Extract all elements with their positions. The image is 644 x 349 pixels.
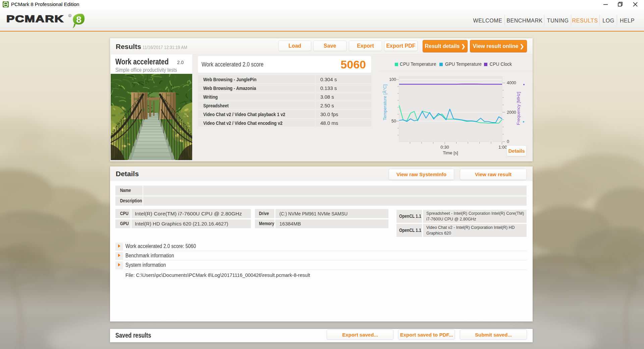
svg-text:0:30: 0:30: [440, 145, 449, 150]
svg-text:GPU Temperature: GPU Temperature: [445, 62, 482, 67]
svg-text:Frequency [MHz]: Frequency [MHz]: [516, 92, 521, 125]
svg-text:8: 8: [76, 14, 82, 25]
svg-text:0: 0: [507, 139, 509, 144]
svg-text:100: 100: [389, 77, 396, 82]
svg-text:1:00: 1:00: [498, 145, 507, 150]
svg-text:CPU Temperature: CPU Temperature: [400, 62, 436, 67]
svg-text:Temperature [Â°C]: Temperature [Â°C]: [382, 84, 387, 120]
svg-text:Time [s]: Time [s]: [443, 150, 458, 155]
svg-text:50: 50: [391, 119, 396, 123]
svg-text:2000: 2000: [507, 110, 516, 115]
svg-text:4000: 4000: [507, 81, 516, 85]
svg-text:CPU Clock: CPU Clock: [490, 62, 512, 67]
